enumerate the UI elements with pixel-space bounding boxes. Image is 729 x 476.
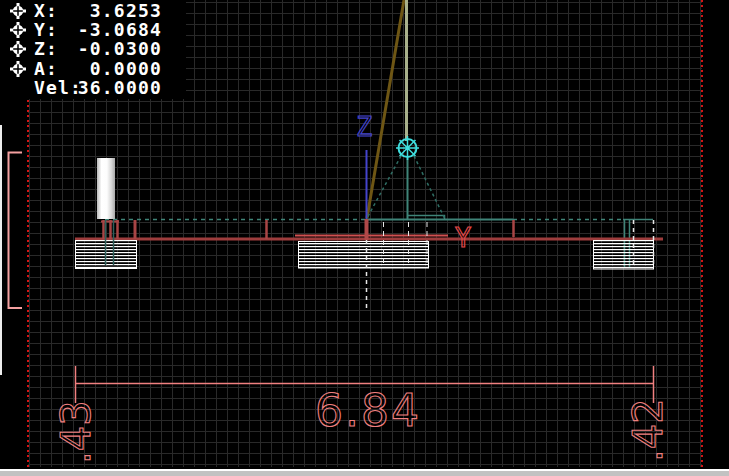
dro-label: X: (34, 1, 58, 20)
y-axis-label: Y (455, 222, 471, 253)
tool-cylinder (97, 158, 115, 219)
crosshair-target-icon (9, 2, 27, 20)
crosshair-target-icon (9, 40, 27, 58)
dim-total-label: 6.84 (315, 385, 421, 436)
feed-hatch-center (299, 242, 429, 269)
tool-position-marker-icon (396, 136, 419, 160)
dro-label: A: (34, 59, 58, 78)
dim-left-label: .43 (53, 400, 99, 464)
axis-preview-window: { "dro": { "rows": [ {"label": "X:", "va… (0, 0, 729, 476)
dro-row-vel: Vel: 36.0000 (0, 78, 186, 97)
dro-value: 0.0000 (90, 59, 162, 78)
backplot-lines (75, 219, 663, 240)
dro-row-z: Z: -0.0300 (0, 39, 186, 58)
pane-edge (0, 125, 2, 375)
dim-bracket-left (9, 153, 23, 309)
feed-hatch-blocks (76, 241, 654, 270)
dro-label: Vel: (34, 78, 82, 97)
crosshair-target-icon (9, 60, 27, 78)
tool-cone (367, 156, 446, 219)
crosshair-target-icon (9, 21, 27, 39)
bottom-sash[interactable] (0, 469, 729, 476)
feed-hatch-right (594, 241, 654, 270)
dro-value: 3.6253 (90, 1, 162, 20)
dro-value: 36.0000 (78, 78, 162, 97)
dro-row-y: Y: -3.0684 (0, 20, 186, 39)
dro-value: -3.0684 (78, 20, 162, 39)
dim-right-label: .42 (625, 398, 671, 462)
dro-label: Y: (34, 20, 58, 39)
dro-row-a: A: 0.0000 (0, 59, 186, 78)
dro-panel: X: 3.6253 Y: -3.0684 Z: -0.0300 A: 0.000… (0, 0, 186, 99)
dro-label: Z: (34, 39, 58, 58)
dro-row-x: X: 3.6253 (0, 1, 186, 20)
z-axis-label: Z (356, 111, 372, 142)
dro-value: -0.0300 (78, 39, 162, 58)
jog-line (367, 0, 404, 218)
